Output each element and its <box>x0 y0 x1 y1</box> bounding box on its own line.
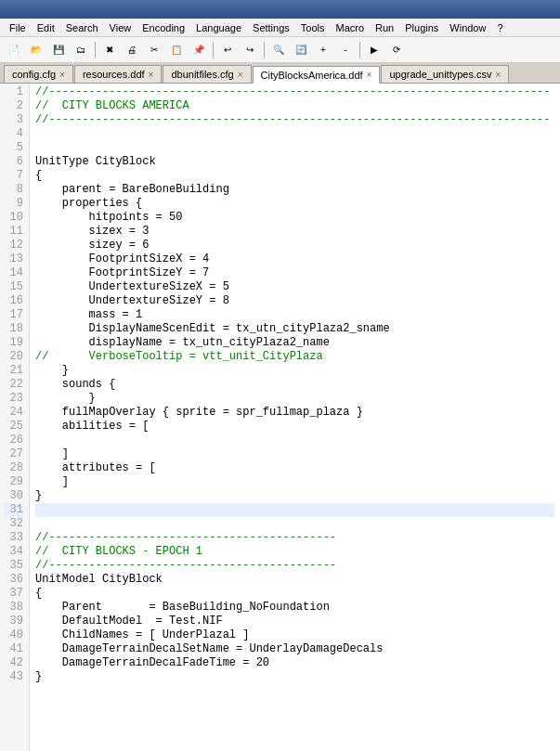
line-number: 33 <box>4 531 23 545</box>
menu-item-view[interactable]: View <box>104 20 137 35</box>
line-number: 13 <box>4 252 23 266</box>
tab-dbunitfiles-cfg[interactable]: dbunitfiles.cfg× <box>163 65 251 83</box>
toolbar: 📄 📂 💾 🗂 ✖ 🖨 ✂ 📋 📌 ↩ ↪ 🔍 🔄 + - ▶ ⟳ <box>0 37 560 63</box>
code-line: hitpoints = 50 <box>35 211 554 225</box>
line-number: 22 <box>4 378 23 392</box>
copy-button[interactable]: 📋 <box>166 40 187 60</box>
menu-item-window[interactable]: Window <box>444 20 491 35</box>
sep3 <box>264 42 265 58</box>
line-number: 24 <box>4 406 23 420</box>
menu-item-encoding[interactable]: Encoding <box>137 20 190 35</box>
zoom-in-button[interactable]: + <box>313 40 333 60</box>
code-area[interactable]: //--------------------------------------… <box>30 84 560 751</box>
code-line: } <box>35 392 554 406</box>
code-line: DamageTerrainDecalFadeTime = 20 <box>35 656 554 670</box>
menu-item-language[interactable]: Language <box>190 20 247 35</box>
save-button[interactable]: 💾 <box>48 40 69 60</box>
line-number: 37 <box>4 587 23 601</box>
code-line: properties { <box>35 197 554 211</box>
line-number: 32 <box>4 517 23 531</box>
menu-item-?[interactable]: ? <box>491 20 508 35</box>
line-number: 34 <box>4 545 23 559</box>
sep4 <box>359 42 360 58</box>
undo-button[interactable]: ↩ <box>217 40 238 60</box>
code-line: parent = BareBoneBuilding <box>35 183 554 197</box>
menu-item-macro[interactable]: Macro <box>330 20 370 35</box>
tabs-bar: config.cfg×resources.ddf×dbunitfiles.cfg… <box>0 63 560 84</box>
line-number: 31 <box>4 503 23 517</box>
redo-button[interactable]: ↪ <box>240 40 260 60</box>
line-number: 7 <box>4 169 23 183</box>
tab-close-icon[interactable]: × <box>59 70 65 80</box>
line-number: 30 <box>4 489 23 503</box>
line-number: 36 <box>4 573 23 587</box>
tab-close-icon[interactable]: × <box>149 70 154 80</box>
code-line: UndertextureSizeY = 8 <box>35 294 554 308</box>
line-number: 12 <box>4 239 23 252</box>
tab-close-icon[interactable]: × <box>496 70 501 80</box>
line-number: 6 <box>4 155 23 169</box>
sync-button[interactable]: ⟳ <box>386 40 407 60</box>
line-number: 23 <box>4 392 23 406</box>
print-button[interactable]: 🖨 <box>122 40 142 60</box>
menu-item-plugins[interactable]: Plugins <box>399 20 444 35</box>
code-line: DefaultModel = Test.NIF <box>35 615 554 628</box>
code-line: { <box>35 587 554 601</box>
line-number: 21 <box>4 364 23 378</box>
code-line: displayName = tx_utn_cityPlaza2_name <box>35 336 554 350</box>
code-line: sounds { <box>35 378 554 392</box>
macro-button[interactable]: ▶ <box>364 40 384 60</box>
tab-close-icon[interactable]: × <box>238 70 243 80</box>
line-number: 15 <box>4 280 23 294</box>
menu-item-file[interactable]: File <box>4 20 32 35</box>
tab-cityblocksamerica-ddf[interactable]: CityBlocksAmerica.ddf× <box>253 66 381 84</box>
code-line: //--------------------------------------… <box>35 113 554 127</box>
line-number: 19 <box>4 336 23 350</box>
menu-item-settings[interactable]: Settings <box>247 20 295 35</box>
line-number: 42 <box>4 656 23 670</box>
tab-label: config.cfg <box>12 69 56 80</box>
code-line: DamageTerrainDecalSetName = UnderlayDama… <box>35 642 554 656</box>
tab-close-icon[interactable]: × <box>367 70 372 80</box>
line-number: 16 <box>4 294 23 308</box>
tab-label: dbunitfiles.cfg <box>171 69 233 80</box>
titlebar <box>0 0 560 19</box>
sep1 <box>95 42 96 58</box>
close-button[interactable]: ✖ <box>99 40 120 60</box>
code-line <box>35 517 554 531</box>
tab-resources-ddf[interactable]: resources.ddf× <box>74 65 163 83</box>
tab-label: upgrade_unittypes.csv <box>389 69 491 80</box>
code-line: UndertextureSizeX = 5 <box>35 280 554 294</box>
save-all-button[interactable]: 🗂 <box>71 40 91 60</box>
find-button[interactable]: 🔍 <box>268 40 289 60</box>
replace-button[interactable]: 🔄 <box>291 40 311 60</box>
menu-item-tools[interactable]: Tools <box>295 20 331 35</box>
menu-item-run[interactable]: Run <box>370 20 399 35</box>
zoom-out-button[interactable]: - <box>335 40 356 60</box>
tab-label: CityBlocksAmerica.ddf <box>261 70 363 81</box>
code-line: UnitModel CityBlock <box>35 573 554 587</box>
sep2 <box>213 42 214 58</box>
tab-config-cfg[interactable]: config.cfg× <box>4 65 73 83</box>
tab-upgrade-unittypes-csv[interactable]: upgrade_unittypes.csv× <box>381 65 509 83</box>
code-line: fullMapOverlay { sprite = spr_fullmap_pl… <box>35 406 554 420</box>
menu-item-search[interactable]: Search <box>60 20 104 35</box>
menu-item-edit[interactable]: Edit <box>32 20 60 35</box>
line-number: 5 <box>4 141 23 155</box>
code-line: DisplayNameScenEdit = tx_utn_cityPlaza2_… <box>35 322 554 336</box>
code-line <box>35 127 554 141</box>
line-number: 17 <box>4 308 23 322</box>
code-line <box>35 141 554 155</box>
code-line: attributes = [ <box>35 461 554 475</box>
code-line: } <box>35 670 554 684</box>
tab-label: resources.ddf <box>83 69 145 80</box>
new-button[interactable]: 📄 <box>4 40 24 60</box>
open-button[interactable]: 📂 <box>26 40 46 60</box>
line-number: 11 <box>4 225 23 239</box>
code-line: FootprintSizeY = 7 <box>35 266 554 280</box>
line-number: 26 <box>4 434 23 447</box>
cut-button[interactable]: ✂ <box>144 40 164 60</box>
code-line: FootprintSizeX = 4 <box>35 252 554 266</box>
line-number: 3 <box>4 113 23 127</box>
paste-button[interactable]: 📌 <box>189 40 209 60</box>
